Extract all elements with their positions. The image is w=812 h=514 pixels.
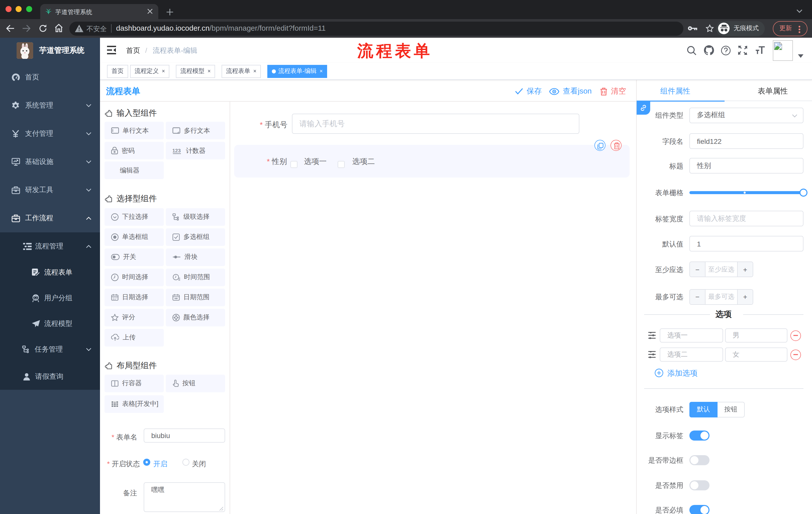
svg-text:123: 123: [172, 147, 181, 153]
